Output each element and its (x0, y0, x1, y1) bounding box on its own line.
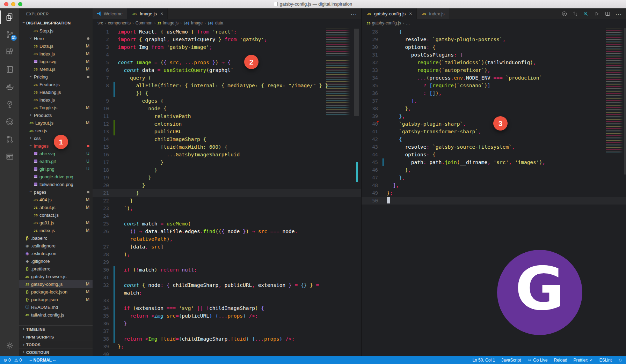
notebook-icon[interactable] (0, 61, 19, 78)
tree-item-tailwind-config-js[interactable]: JStailwind.config.js (19, 311, 93, 319)
code-line[interactable]: 39}; (93, 343, 361, 350)
breadcrumb-item[interactable]: components (108, 21, 131, 25)
code-line[interactable]: 3import Img from 'gatsby-image'; (93, 43, 361, 51)
code-line[interactable]: 31 postCssPlugins: [ (362, 51, 626, 59)
code-line[interactable]: 29 resolve: `gatsby-plugin-postcss`, (362, 36, 626, 43)
workspace-root-folder[interactable]: › DIGITAL.INSPIRATION (19, 19, 93, 27)
reload-button[interactable]: Reload (554, 358, 567, 363)
compare-changes-icon[interactable] (572, 11, 578, 17)
tree-item-about-js[interactable]: JSabout.jsM (19, 203, 93, 211)
tree-item-gatsby-config-js[interactable]: JSgatsby-config.jsM (19, 280, 93, 288)
code-line[interactable]: 29 (93, 258, 361, 266)
code-line[interactable]: 16 ...GatsbyImageSharpFluid (93, 151, 361, 158)
code-line[interactable]: 25 const match = useMemo( (93, 220, 361, 228)
breadcrumb-item[interactable]: JSgatsby-config.js (366, 21, 401, 25)
tree-item-girl-png[interactable]: girl.pngU (19, 165, 93, 173)
split-editor-icon[interactable] (605, 11, 611, 17)
code-line[interactable]: 37 (93, 327, 361, 335)
code-line[interactable]: 34 ...(process.env.NODE_ENV === `product… (362, 74, 626, 82)
code-line[interactable]: 8 allFile(filter: { internal: { mediaTyp… (93, 82, 361, 89)
tree-item-package-json[interactable]: {}package.jsonM (19, 296, 93, 303)
tree-item-index-js[interactable]: JSindex.jsM (19, 226, 93, 234)
tree-item-readme-md[interactable]: ⓘREADME.md (19, 303, 93, 311)
tab-welcome[interactable]: Welcome (93, 8, 127, 19)
testing-tree-icon[interactable] (0, 96, 19, 113)
code-line[interactable]: 30 options: { (362, 43, 626, 51)
tree-item-tailwind-icon-png[interactable]: tailwind-icon.png (19, 180, 93, 188)
code-line[interactable]: 28 { (362, 28, 626, 36)
code-line[interactable]: 36 } (93, 320, 361, 327)
code-line[interactable]: 13 publicURL (93, 128, 361, 135)
breadcrumb-item[interactable]: src (97, 21, 103, 25)
breadcrumb-item[interactable]: JSImage.js (157, 21, 179, 25)
tree-item-layout-js[interactable]: JSLayout.jsM (19, 119, 93, 127)
tree-item--eslintignore[interactable]: ◉.eslintignore (19, 242, 93, 250)
code-line[interactable]: 33 require(`autoprefixer`), (362, 66, 626, 74)
breadcrumb[interactable]: src›components›Common›JSImage.js›[∅]Imag… (93, 19, 361, 27)
code-line[interactable]: 35 ? [require(`cssnano`)] (362, 82, 626, 89)
code-line[interactable]: 11 relativePath (93, 112, 361, 120)
breadcrumb-item[interactable]: [∅]Image (183, 21, 203, 25)
code-line[interactable]: 20 } (93, 181, 361, 189)
tree-folder-products[interactable]: ›Products (19, 111, 93, 119)
tab-index-js[interactable]: JS index.js (417, 8, 449, 19)
extensions-icon[interactable] (0, 43, 19, 61)
tree-item-toggle-js[interactable]: JSToggle.jsM (19, 104, 93, 111)
settings-gear-icon[interactable] (0, 337, 19, 354)
code-line[interactable]: 50 (362, 197, 626, 205)
eslint-status[interactable]: ESLint (599, 358, 612, 363)
code-line[interactable]: 27 [data, src] (93, 243, 361, 251)
code-line[interactable]: 33 (93, 297, 361, 304)
code-line[interactable]: 2import { graphql, useStaticQuery } from… (93, 36, 361, 43)
tree-item-step-js[interactable]: JSStep.js (19, 27, 93, 35)
tree-item-contact-js[interactable]: JScontact.js (19, 211, 93, 219)
explorer-icon[interactable] (0, 8, 19, 26)
code-line[interactable]: match; (93, 289, 361, 297)
run-codetour-icon[interactable] (561, 11, 567, 17)
tab-gatsby-config[interactable]: JS gatsby-config.js × (362, 8, 417, 19)
code-line[interactable]: 21 } (93, 189, 361, 197)
code-line[interactable]: 4 (93, 51, 361, 59)
code-line[interactable]: }) { (93, 89, 361, 97)
tree-folder-pricing[interactable]: ›Pricing (19, 73, 93, 81)
tree-item--eslintrc-json[interactable]: ◉.eslintrc.json (19, 250, 93, 257)
tree-item-index-js[interactable]: JSindex.js (19, 96, 93, 104)
scrollbar[interactable] (354, 29, 359, 116)
tree-item-menu-js[interactable]: JSMenu.jsM (19, 65, 93, 73)
cursor-position[interactable]: Ln 50, Col 1 (472, 358, 495, 363)
code-line[interactable]: relativePath), (93, 235, 361, 243)
code-line[interactable]: 24 (93, 212, 361, 220)
code-line[interactable]: 10 node { (93, 105, 361, 112)
breadcrumb-item[interactable]: [∅]data (208, 21, 223, 25)
code-line[interactable]: 23 `); (93, 205, 361, 212)
breadcrumb-item[interactable]: … (406, 21, 410, 25)
code-line[interactable]: 6 const data = useStaticQuery(graphql` (93, 66, 361, 74)
go-live-button[interactable]: Go Live (527, 358, 547, 363)
code-line[interactable]: 34 if (extension === 'svg' || !childImag… (93, 304, 361, 312)
sidebar-section-npm-scripts[interactable]: ›NPM SCRIPTS (19, 333, 93, 341)
language-mode[interactable]: JavaScript (501, 358, 521, 363)
tree-item-gatsby-browser-js[interactable]: JSgatsby-browser.js (19, 273, 93, 280)
code-line[interactable]: 44 options: { (362, 151, 626, 158)
sidebar-section-todos[interactable]: ›TODOS (19, 341, 93, 349)
code-line[interactable]: 38 return <Img fluid={childImageSharp.fl… (93, 335, 361, 343)
code-line[interactable]: 31 (93, 274, 361, 281)
code-line[interactable]: 14 childImageSharp { (93, 135, 361, 143)
code-line[interactable]: 46 }, (362, 166, 626, 174)
problems-indicator[interactable]: ⊘ 0 ⚠ 0 (3, 358, 22, 363)
sidebar-section-timeline[interactable]: ›TIMELINE (19, 326, 93, 333)
code-line[interactable]: 32 const { node: { childImageSharp, publ… (93, 281, 361, 289)
edge-browser-icon[interactable] (0, 113, 19, 131)
code-line[interactable]: 39 }, (362, 112, 626, 120)
close-tab-icon[interactable]: × (160, 11, 163, 16)
tree-item-earth-gif[interactable]: earth.gifU (19, 157, 93, 165)
code-line[interactable]: 49}; (362, 189, 626, 197)
minimap[interactable] (326, 29, 351, 56)
code-line[interactable]: 48 ], (362, 181, 626, 189)
code-line[interactable]: 12 extension (93, 120, 361, 128)
tree-item-logo-svg[interactable]: logo.svgM (19, 58, 93, 65)
code-line[interactable]: 1import React, { useMemo } from 'react'; (93, 28, 361, 36)
code-line[interactable]: 43 resolve: `gatsby-source-filesystem`, (362, 143, 626, 151)
minimap[interactable] (606, 29, 624, 154)
code-line[interactable]: 5const Image = ({ src, ...props }) ⇒ { (93, 59, 361, 66)
